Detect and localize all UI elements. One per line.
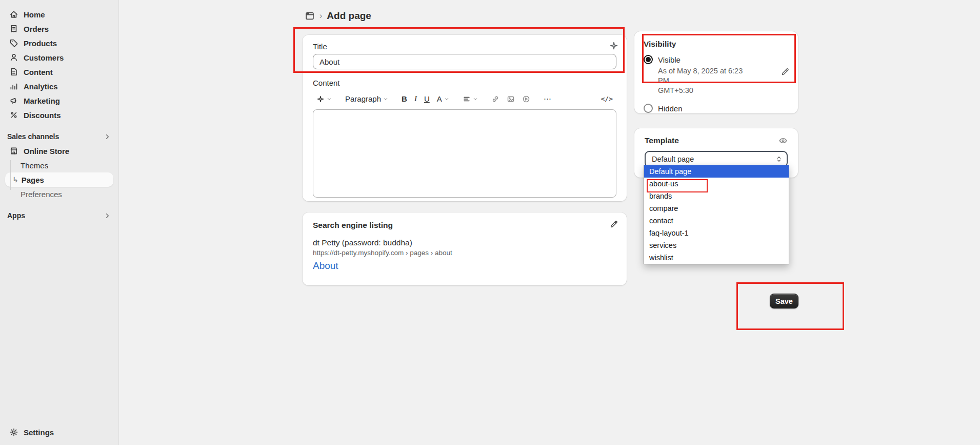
tree-line xyxy=(10,160,11,190)
chevron-down-icon xyxy=(383,96,388,102)
chevron-right-icon xyxy=(104,133,111,141)
show-html-button[interactable]: </> xyxy=(597,93,616,104)
sidebar-main-nav: Home Orders Products Customers Content A… xyxy=(0,0,118,122)
paragraph-label: Paragraph xyxy=(345,95,381,103)
underline-button[interactable]: U xyxy=(421,93,433,105)
visibility-heading: Visibility xyxy=(644,40,789,49)
seo-site-name: dt Petty (password: buddha) xyxy=(313,238,616,247)
sidebar-item-content[interactable]: Content xyxy=(5,65,113,79)
sidebar-item-label: Customers xyxy=(24,53,64,62)
sidebar-item-home[interactable]: Home xyxy=(5,7,113,22)
content-field-label: Content xyxy=(313,79,616,87)
sidebar-item-label: Analytics xyxy=(24,82,58,91)
template-option-compare[interactable]: compare xyxy=(644,202,789,215)
alignment-button[interactable] xyxy=(459,93,482,105)
link-icon xyxy=(491,95,499,103)
sidebar-item-label: Marketing xyxy=(24,96,60,105)
bold-button[interactable]: B xyxy=(398,93,411,105)
orders-icon xyxy=(9,24,18,33)
insert-link-button[interactable] xyxy=(488,93,503,105)
sidebar-item-customers[interactable]: Customers xyxy=(5,50,113,65)
edit-visibility-pencil-icon[interactable] xyxy=(781,67,790,76)
visible-label: Visible xyxy=(658,55,681,64)
sales-channels-label: Sales channels xyxy=(7,132,59,141)
apps-header[interactable]: Apps xyxy=(0,209,118,222)
image-icon xyxy=(507,95,515,103)
template-option-default-page[interactable]: Default page xyxy=(644,165,789,178)
online-store-icon xyxy=(9,146,18,156)
visibility-card: Visibility Visible As of May 8, 2025 at … xyxy=(634,31,798,113)
sidebar-item-label: Products xyxy=(24,39,57,48)
chevron-down-icon xyxy=(473,96,478,102)
sidebar-item-preferences[interactable]: Preferences xyxy=(5,187,113,201)
sidebar-item-analytics[interactable]: Analytics xyxy=(5,79,113,93)
visible-radio-selected[interactable] xyxy=(644,55,653,64)
save-button[interactable]: Save xyxy=(770,294,798,308)
text-color-button[interactable]: A xyxy=(433,93,453,105)
chevron-down-icon xyxy=(327,96,332,102)
visibility-date: As of May 8, 2025 at 6:23 PM GMT+5:30 xyxy=(658,66,753,95)
paragraph-style-button[interactable]: Paragraph xyxy=(342,93,392,105)
seo-page-title-link[interactable]: About xyxy=(313,260,616,272)
ai-magic-button[interactable] xyxy=(313,93,335,105)
select-stepper-icon xyxy=(775,156,783,163)
sidebar-item-online-store[interactable]: Online Store xyxy=(5,144,113,158)
sidebar-item-marketing[interactable]: Marketing xyxy=(5,93,113,108)
template-option-brands[interactable]: brands xyxy=(644,190,789,202)
template-dropdown-list: Default pageabout-usbrandscomparecontact… xyxy=(644,165,789,264)
edit-seo-pencil-icon[interactable] xyxy=(609,220,618,229)
sidebar-item-settings[interactable]: Settings xyxy=(5,424,113,440)
title-content-card: Title Content Paragraph B I U A xyxy=(303,35,627,201)
sidebar-item-orders[interactable]: Orders xyxy=(5,22,113,36)
sidebar-item-label: Discounts xyxy=(24,111,61,120)
template-option-wishlist[interactable]: wishlist xyxy=(644,251,789,264)
insert-image-button[interactable] xyxy=(503,93,518,105)
sales-channels-header[interactable]: Sales channels xyxy=(0,130,118,143)
title-field-label: Title xyxy=(313,42,616,51)
apps-label: Apps xyxy=(7,211,25,220)
gear-icon xyxy=(9,428,18,437)
align-left-icon xyxy=(463,95,471,103)
settings-label: Settings xyxy=(24,428,54,437)
breadcrumb: › Add page xyxy=(305,10,371,22)
marketing-icon xyxy=(9,96,18,105)
home-icon xyxy=(9,10,18,19)
content-icon xyxy=(9,67,18,76)
content-editor[interactable] xyxy=(313,109,616,198)
page-title-input[interactable] xyxy=(313,54,616,69)
eye-icon[interactable] xyxy=(778,136,788,145)
sidebar-item-themes[interactable]: Themes xyxy=(5,158,113,172)
shopify-admin-add-page: Home Orders Products Customers Content A… xyxy=(0,0,980,445)
template-option-faq-layout-1[interactable]: faq-layout-1 xyxy=(644,227,789,239)
template-option-about-us[interactable]: about-us xyxy=(644,178,789,190)
hidden-radio-row[interactable]: Hidden xyxy=(644,104,789,113)
sidebar-item-pages[interactable]: ↳ Pages xyxy=(5,172,113,187)
discounts-icon xyxy=(9,110,18,120)
products-icon xyxy=(9,38,18,48)
more-options-button[interactable]: ⋯ xyxy=(540,93,555,105)
visible-radio-row[interactable]: Visible xyxy=(644,55,789,64)
magic-icon xyxy=(316,95,325,103)
online-store-label: Online Store xyxy=(24,147,69,156)
rich-text-toolbar: Paragraph B I U A ⋯ </ xyxy=(313,90,616,107)
template-option-contact[interactable]: contact xyxy=(644,215,789,227)
sidebar-item-products[interactable]: Products xyxy=(5,36,113,50)
breadcrumb-separator: › xyxy=(319,11,322,21)
template-heading: Template xyxy=(645,136,679,145)
turn-arrow-icon: ↳ xyxy=(12,176,18,184)
chevron-right-icon xyxy=(104,212,111,220)
online-store-children: Themes ↳ Pages Preferences xyxy=(5,158,113,201)
sidebar-item-label: Content xyxy=(24,68,53,76)
seo-heading: Search engine listing xyxy=(313,221,616,230)
italic-button[interactable]: I xyxy=(411,93,421,105)
hidden-radio-unselected[interactable] xyxy=(644,104,653,113)
insert-video-button[interactable] xyxy=(518,93,534,105)
chevron-down-icon xyxy=(444,96,449,102)
sidebar-child-label: Themes xyxy=(21,161,48,170)
hidden-label: Hidden xyxy=(658,104,683,113)
video-play-icon xyxy=(522,95,530,103)
template-option-services[interactable]: services xyxy=(644,239,789,251)
sidebar-item-discounts[interactable]: Discounts xyxy=(5,108,113,122)
sidebar-child-label: Pages xyxy=(22,176,44,184)
magic-sparkle-icon[interactable] xyxy=(609,41,618,50)
